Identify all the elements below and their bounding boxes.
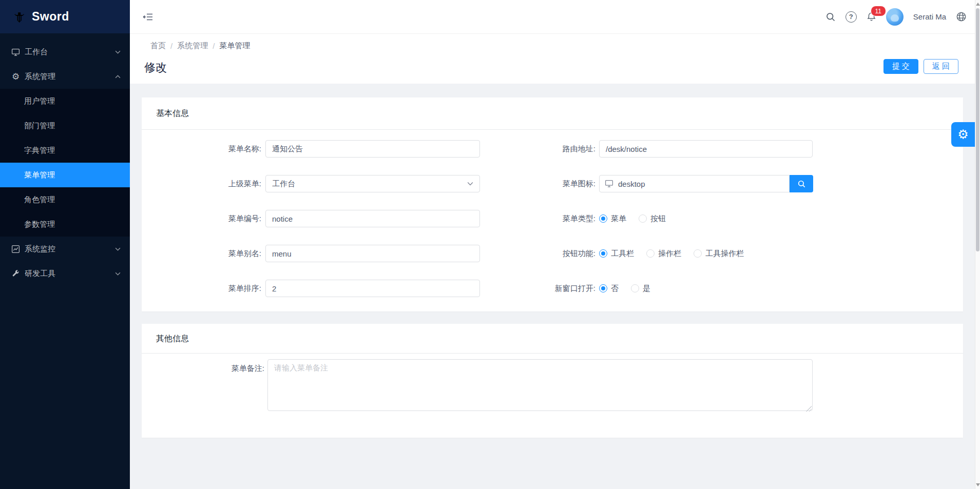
breadcrumb-system[interactable]: 系统管理: [177, 41, 208, 51]
sidebar-item-label: 系统管理: [25, 72, 55, 82]
scrollbar-thumb[interactable]: [976, 8, 979, 251]
menu-name-label: 菜单名称:: [142, 144, 265, 154]
menu-type-radio-group: 菜单 按钮: [599, 214, 678, 224]
radio-circle: [646, 249, 655, 258]
basic-info-card: 基本信息 菜单名称: 路由地址: 上级菜单: 工作台 菜单图标:: [142, 97, 963, 311]
vertical-scrollbar[interactable]: [975, 0, 980, 489]
route-input[interactable]: [599, 140, 813, 158]
help-icon[interactable]: ?: [846, 11, 857, 23]
sidebar-item-label: 部门管理: [24, 121, 55, 131]
line-chart-icon: [11, 245, 20, 253]
radio-circle: [599, 249, 607, 258]
parent-menu-select[interactable]: 工作台: [265, 175, 480, 192]
breadcrumb-home[interactable]: 首页: [150, 41, 166, 51]
form-row-menu-code: 菜单编号:: [142, 210, 480, 227]
sidebar-item-label: 系统监控: [25, 244, 55, 254]
sidebar-item-system-monitor[interactable]: 系统监控: [0, 237, 130, 261]
submit-button[interactable]: 提 交: [883, 59, 918, 74]
form-row-route: 路由地址:: [505, 140, 963, 158]
sidebar-item-dev-tools[interactable]: 研发工具: [0, 261, 130, 286]
search-icon[interactable]: [825, 12, 836, 22]
logo-text: Sword: [32, 10, 69, 24]
section-title-other: 其他信息: [142, 324, 963, 354]
menu-alias-input[interactable]: [265, 245, 480, 262]
radio-new-window-no[interactable]: 否: [599, 284, 619, 294]
menu-icon-input[interactable]: [599, 175, 790, 192]
sidebar-item-workbench[interactable]: 工作台: [0, 40, 130, 64]
question-glyph: ?: [846, 11, 857, 23]
radio-circle: [639, 214, 647, 223]
breadcrumb-separator: /: [170, 42, 172, 50]
scroll-down-arrow-icon[interactable]: [976, 483, 980, 486]
wrench-icon: [11, 269, 20, 278]
scroll-up-arrow-icon[interactable]: [976, 3, 980, 6]
button-action-radio-group: 工具栏 操作栏 工具操作栏: [599, 249, 756, 259]
sidebar-item-role-mgmt[interactable]: 角色管理: [0, 187, 130, 212]
notification-badge: 11: [871, 6, 886, 16]
chevron-down-icon: [115, 247, 121, 251]
radio-circle: [631, 284, 639, 292]
sidebar-item-user-mgmt[interactable]: 用户管理: [0, 89, 130, 113]
top-navbar: ? 11 Serati Ma: [130, 0, 975, 34]
menu-icon-label: 菜单图标:: [505, 179, 599, 189]
remark-textarea[interactable]: [267, 359, 813, 411]
sidebar-submenu-system: 用户管理 部门管理 字典管理 菜单管理 角色管理 参数管理: [0, 89, 130, 237]
radio-menu-type-button[interactable]: 按钮: [639, 214, 666, 224]
menu-name-input[interactable]: [265, 140, 480, 158]
collapse-sidebar-icon[interactable]: [143, 12, 153, 22]
sidebar-item-label: 工作台: [25, 47, 48, 57]
radio-menu-type-menu[interactable]: 菜单: [599, 214, 626, 224]
menu-code-input[interactable]: [265, 210, 480, 227]
menu-code-label: 菜单编号:: [142, 214, 265, 224]
radio-action-toolbar[interactable]: 工具栏: [599, 249, 634, 259]
radio-new-window-yes[interactable]: 是: [631, 284, 650, 294]
form-row-remark: 菜单备注:: [142, 359, 963, 413]
other-info-card: 其他信息 菜单备注:: [142, 324, 963, 438]
radio-action-rowbar[interactable]: 操作栏: [646, 249, 681, 259]
sidebar-item-label: 角色管理: [24, 195, 55, 205]
remark-label: 菜单备注:: [142, 359, 267, 374]
sidebar-item-menu-mgmt[interactable]: 菜单管理: [0, 163, 130, 187]
back-button[interactable]: 返 回: [924, 59, 958, 74]
page-header: 首页 / 系统管理 / 菜单管理 修改 提 交 返 回: [130, 34, 975, 84]
sidebar-item-label: 字典管理: [24, 146, 55, 155]
notifications-bell-icon[interactable]: 11: [867, 12, 876, 22]
parent-menu-label: 上级菜单:: [142, 179, 265, 189]
theme-settings-button[interactable]: ⚙: [951, 122, 975, 147]
sidebar-item-dict-mgmt[interactable]: 字典管理: [0, 138, 130, 163]
monitor-icon: [605, 179, 613, 188]
form-row-menu-icon: 菜单图标:: [505, 175, 963, 192]
user-name[interactable]: Serati Ma: [913, 12, 946, 21]
new-window-radio-group: 否 是: [599, 284, 663, 294]
logo[interactable]: 🗡 Sword: [0, 0, 130, 33]
button-action-label: 按钮功能:: [505, 249, 599, 259]
sidebar-item-param-mgmt[interactable]: 参数管理: [0, 212, 130, 237]
radio-circle: [694, 249, 702, 258]
language-globe-icon[interactable]: [956, 11, 967, 22]
form-row-menu-alias: 菜单别名:: [142, 245, 480, 262]
gear-icon: ⚙: [11, 72, 20, 81]
sidebar-item-dept-mgmt[interactable]: 部门管理: [0, 113, 130, 138]
user-avatar[interactable]: [886, 8, 904, 26]
chevron-down-icon: [115, 272, 121, 276]
chevron-down-icon: [467, 182, 473, 186]
form-row-menu-sort: 菜单排序:: [142, 280, 480, 297]
sidebar-item-system-mgmt[interactable]: ⚙ 系统管理: [0, 64, 130, 89]
sidebar-item-label: 菜单管理: [24, 170, 55, 180]
breadcrumb: 首页 / 系统管理 / 菜单管理: [150, 41, 250, 51]
dagger-icon: 🗡: [12, 10, 26, 24]
icon-search-button[interactable]: [790, 175, 813, 192]
sidebar-menu: 工作台 ⚙ 系统管理 用户管理 部门管理 字典管理 菜单管理 角色管理 参数管理: [0, 33, 130, 286]
chevron-up-icon: [115, 75, 121, 79]
app-window: 🗡 Sword 工作台 ⚙ 系统管理 用户管理: [0, 0, 980, 489]
menu-sort-label: 菜单排序:: [142, 284, 265, 294]
form-row-menu-name: 菜单名称:: [142, 140, 480, 158]
remark-textarea-wrap: [267, 359, 813, 413]
radio-action-both[interactable]: 工具操作栏: [694, 249, 744, 259]
form-row-new-window: 新窗口打开: 否 是: [505, 280, 963, 297]
menu-sort-input[interactable]: [265, 280, 480, 297]
menu-type-label: 菜单类型:: [505, 214, 599, 224]
monitor-icon: [11, 48, 20, 56]
form-row-parent-menu: 上级菜单: 工作台: [142, 175, 480, 192]
menu-icon-field: [599, 175, 813, 192]
